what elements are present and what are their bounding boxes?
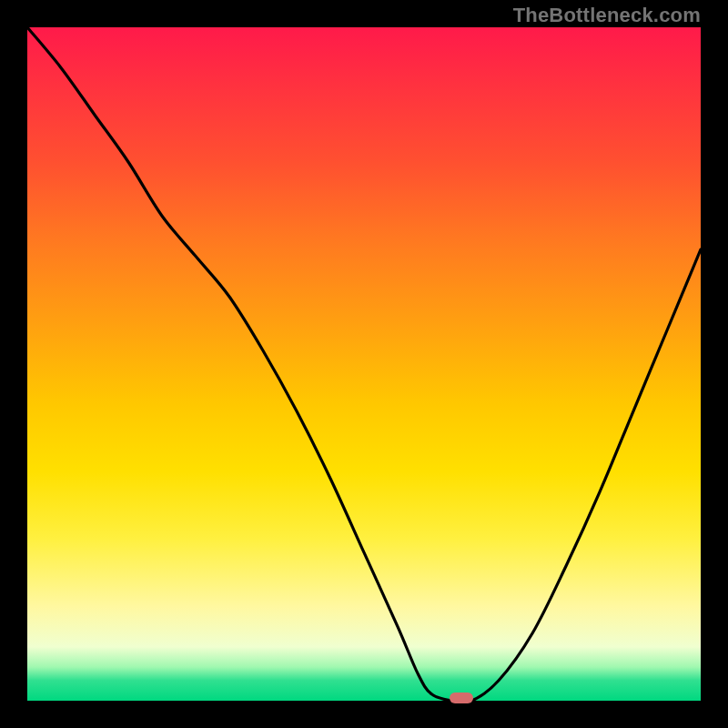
curve-svg [27,27,701,701]
optimal-marker [450,693,473,703]
plot-area [27,27,701,701]
bottleneck-curve-path [27,27,701,701]
chart-frame: TheBottleneck.com [0,0,728,728]
watermark-text: TheBottleneck.com [513,4,701,27]
